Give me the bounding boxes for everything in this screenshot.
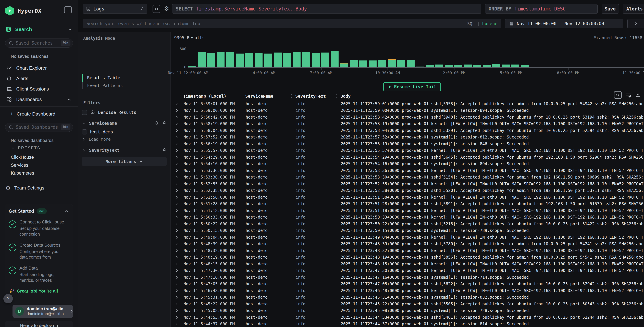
column-header-timestamp[interactable]: Timestamp (Local) xyxy=(182,94,243,99)
expand-row-icon[interactable] xyxy=(175,296,178,299)
sidebar-item-team-settings[interactable]: ⚙ Team Settings xyxy=(6,185,44,191)
sidebar-collapse-icon[interactable] xyxy=(64,6,72,13)
table-row[interactable]: Nov 11 5:47:30.000 PMhost-demoinfo2025-1… xyxy=(174,268,644,274)
host-demo-checkbox[interactable] xyxy=(82,130,87,134)
expand-row-icon[interactable] xyxy=(175,142,178,146)
expand-row-icon[interactable] xyxy=(175,229,178,232)
sidebar-item-chart-explorer[interactable]: Chart Explorer xyxy=(0,63,78,73)
load-more-button[interactable]: Load more xyxy=(82,136,167,142)
table-row[interactable]: Nov 11 5:49:04.000 PMhost-demoinfo2025-1… xyxy=(174,234,644,241)
get-started-item[interactable]: Add DataStart sending logs, metrics, or … xyxy=(8,265,69,283)
date-range-picker[interactable]: Nov 11 00:00:00 - Nov 12 00:00:00 xyxy=(505,19,624,28)
expand-row-icon[interactable] xyxy=(175,182,178,186)
table-row[interactable]: Nov 11 5:53:36.000 PMhost-demoinfo2025-1… xyxy=(174,167,644,174)
table-row[interactable]: Nov 11 5:48:19.000 PMhost-demoinfo2025-1… xyxy=(174,254,644,261)
saved-searches-input[interactable]: Saved Searches ⌘K xyxy=(5,38,73,48)
expand-row-icon[interactable] xyxy=(175,276,178,279)
table-row[interactable]: Nov 11 5:48:32.000 PMhost-demoinfo2025-1… xyxy=(174,247,644,254)
expand-row-icon[interactable] xyxy=(175,209,178,212)
table-row[interactable]: Nov 11 5:52:38.000 PMhost-demoinfo2025-1… xyxy=(174,187,644,194)
expand-row-icon[interactable] xyxy=(175,282,178,286)
table-row[interactable]: Nov 11 5:51:28.000 PMhost-demoinfo2025-1… xyxy=(174,201,644,208)
table-row[interactable]: Nov 11 5:54:29.000 PMhost-demoinfo2025-1… xyxy=(174,154,644,161)
order-by-input[interactable]: ORDER BY TimestampTime DESC xyxy=(485,4,598,14)
expand-row-icon[interactable] xyxy=(175,176,178,179)
presets-toggle[interactable]: PRESETS xyxy=(11,146,40,150)
denoise-checkbox[interactable] xyxy=(82,110,87,115)
select-columns-input[interactable]: SELECT Timestamp,ServiceName,SeverityTex… xyxy=(172,4,481,14)
column-header-servicename[interactable]: ServiceName xyxy=(243,94,293,99)
user-menu[interactable]: D dominic.tran@clic... dominic.tran@clic… xyxy=(12,305,73,318)
expand-row-icon[interactable] xyxy=(175,189,178,192)
save-button[interactable]: Save xyxy=(602,4,619,14)
table-row[interactable]: Nov 11 5:58:04.000 PMhost-demoinfo2025-1… xyxy=(174,127,644,134)
expand-row-icon[interactable] xyxy=(175,162,178,166)
expand-row-icon[interactable] xyxy=(175,216,178,219)
lang-sql[interactable]: SQL xyxy=(467,21,475,26)
expand-row-icon[interactable] xyxy=(175,169,178,172)
table-row[interactable]: Nov 11 5:47:16.000 PMhost-demoinfo2025-1… xyxy=(174,274,644,281)
table-row[interactable]: Nov 11 5:51:18.000 PMhost-demoinfo2025-1… xyxy=(174,207,644,214)
get-started-item[interactable]: Create Data SourcesConfigure where your … xyxy=(8,242,69,260)
table-row[interactable]: Nov 11 5:48:15.000 PMhost-demoinfo2025-1… xyxy=(174,260,644,268)
expand-row-icon[interactable] xyxy=(175,222,178,226)
table-row[interactable]: Nov 11 5:44:53.000 PMhost-demoinfo2025-1… xyxy=(174,314,644,321)
column-header-severitytext[interactable]: SeverityText xyxy=(293,94,338,99)
table-row[interactable]: Nov 11 5:59:01.000 PMhost-demoinfo2025-1… xyxy=(174,100,644,107)
lang-lucene[interactable]: Lucene xyxy=(482,21,497,26)
chevron-up-icon[interactable] xyxy=(68,27,72,32)
filter-search-icon[interactable] xyxy=(154,121,159,126)
expand-row-icon[interactable] xyxy=(175,202,178,206)
table-row[interactable]: Nov 11 5:51:58.000 PMhost-demoinfo2025-1… xyxy=(174,194,644,201)
chevron-up-icon[interactable] xyxy=(64,209,69,214)
get-started-item[interactable]: Connect to ClickHouseSet up your databas… xyxy=(8,219,69,237)
table-row[interactable]: Nov 11 5:45:31.000 PMhost-demoinfo2025-1… xyxy=(174,294,644,301)
column-resize-handle[interactable] xyxy=(336,94,336,99)
more-filters-button[interactable]: More filters xyxy=(82,157,167,166)
filter-value-host-demo[interactable]: host-demo xyxy=(82,128,167,136)
expand-row-icon[interactable] xyxy=(175,256,178,259)
table-row[interactable]: Nov 11 5:45:22.000 PMhost-demoinfo2025-1… xyxy=(174,301,644,308)
expand-row-icon[interactable] xyxy=(175,236,178,239)
histogram-plot[interactable] xyxy=(188,49,644,68)
expand-row-icon[interactable] xyxy=(175,269,178,272)
table-row[interactable]: Nov 11 5:44:37.000 PMhost-demoinfo2025-1… xyxy=(174,321,644,327)
events-histogram[interactable]: 600 0 Nov 11 12:00:00 AM4:00:00 AM7:00:0… xyxy=(174,47,644,76)
query-settings-gear-icon[interactable]: ⚙ xyxy=(163,5,170,12)
column-resize-handle[interactable] xyxy=(291,94,292,99)
chevron-up-icon[interactable] xyxy=(67,97,72,102)
sidebar-item-alerts[interactable]: Alerts xyxy=(0,73,78,84)
expand-row-icon[interactable] xyxy=(175,149,178,152)
table-row[interactable]: Nov 11 5:46:48.000 PMhost-demoinfo2025-1… xyxy=(174,287,644,294)
analysis-mode-event-patterns[interactable]: Event Patterns xyxy=(82,82,167,89)
resume-live-tail-button[interactable]: Resume Live Tail xyxy=(383,82,441,92)
expand-row-icon[interactable] xyxy=(175,316,178,319)
table-row[interactable]: Nov 11 5:50:22.000 PMhost-demoinfo2025-1… xyxy=(174,220,644,227)
expand-row-icon[interactable] xyxy=(175,249,178,252)
source-select[interactable]: Logs xyxy=(83,4,147,14)
table-row[interactable]: Nov 11 5:57:52.000 PMhost-demoinfo2025-1… xyxy=(174,134,644,141)
search-input[interactable]: Search your events w/ Lucene ex. column:… xyxy=(83,19,501,28)
expand-row-icon[interactable] xyxy=(175,116,178,119)
expand-row-icon[interactable] xyxy=(175,129,178,132)
column-header-body[interactable]: Body xyxy=(338,94,644,99)
table-row[interactable]: Nov 11 5:53:30.000 PMhost-demoinfo2025-1… xyxy=(174,174,644,181)
table-row[interactable]: Nov 11 5:48:39.000 PMhost-demoinfo2025-1… xyxy=(174,241,644,248)
preset-item-services[interactable]: Services xyxy=(11,161,34,169)
table-row[interactable]: Nov 11 5:47:05.000 PMhost-demoinfo2025-1… xyxy=(174,281,644,288)
analysis-mode-results-table[interactable]: Results Table xyxy=(82,74,167,82)
expand-row-icon[interactable] xyxy=(175,136,178,139)
preset-item-clickhouse[interactable]: ClickHouse xyxy=(11,153,34,161)
expand-row-icon[interactable] xyxy=(175,302,178,306)
expand-row-icon[interactable] xyxy=(175,262,178,266)
expand-row-icon[interactable] xyxy=(175,309,178,312)
run-query-button[interactable] xyxy=(628,19,644,28)
table-row[interactable]: Nov 11 5:56:19.000 PMhost-demoinfo2025-1… xyxy=(174,140,644,147)
sql-editor-icon[interactable] xyxy=(152,5,160,13)
pin-icon[interactable] xyxy=(162,148,167,152)
table-row[interactable]: Nov 11 5:55:57.000 PMhost-demoinfo2025-1… xyxy=(174,147,644,154)
sidebar-item-client-sessions[interactable]: Client Sessions xyxy=(0,84,78,94)
expand-row-icon[interactable] xyxy=(175,322,178,326)
alerts-button[interactable]: Alerts xyxy=(623,4,644,14)
help-button[interactable]: ? xyxy=(4,294,13,303)
